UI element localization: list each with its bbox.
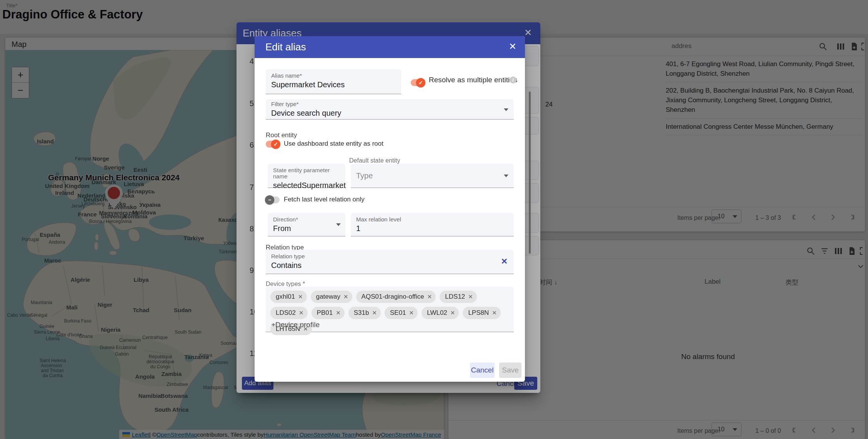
filter-type-value: Device search query [271,108,508,118]
chip-remove-icon[interactable]: ✕ [409,309,414,316]
clear-icon[interactable]: ✕ [501,257,508,266]
device-type-chip[interactable]: LDS12✕ [440,291,477,303]
device-type-chip[interactable]: gateway✕ [311,291,352,303]
default-state-entity-placeholder: Type [356,171,508,181]
state-entity-parameter-field[interactable]: State entity parameter name selectedSupe… [268,164,345,188]
toggle-check-icon: ✓ [416,78,425,87]
device-type-chip[interactable]: PB01✕ [312,307,345,319]
chip-remove-icon[interactable]: ✕ [298,293,303,300]
direction-select[interactable]: Direction* From [268,213,345,236]
device-type-chip[interactable]: LDS02✕ [270,307,308,319]
chip-remove-icon[interactable]: ✕ [372,309,377,316]
toggle-minus-icon: − [265,195,274,205]
chip-remove-icon[interactable]: ✕ [427,293,432,300]
fetch-last-level-toggle[interactable]: − [266,196,280,203]
default-state-entity-select[interactable]: Type [351,164,514,188]
chip-remove-icon[interactable]: ✕ [299,309,304,316]
fetch-last-level-label: Fetch last level relation only [284,196,365,203]
max-relation-level-label: Max relation level [356,216,508,223]
screen: Title* Dragino Office & Factory Map [0,0,868,439]
use-dashboard-state-toggle[interactable]: ✓ [266,141,280,148]
chevron-down-icon [504,108,508,111]
root-entity-section-label: Root entity [266,131,297,139]
chevron-down-icon [336,223,341,226]
device-type-chip[interactable]: LPS8N✕ [463,307,500,319]
device-type-chip[interactable]: AQS01-dragino-office✕ [356,291,436,303]
chip-label: LDS02 [276,309,296,317]
filter-type-label: Filter type* [271,101,508,107]
device-type-chip[interactable]: LWL02✕ [422,307,459,319]
chip-remove-icon[interactable]: ✕ [492,309,497,316]
chevron-down-icon [504,175,508,177]
max-relation-level-value: 1 [356,224,508,233]
device-types-field[interactable]: gxhl01✕gateway✕AQS01-dragino-office✕LDS1… [266,287,514,332]
device-profile-input-placeholder[interactable]: +Device profile [271,321,320,329]
relation-type-value: Contains [271,261,508,270]
chip-label: LDS12 [445,293,465,301]
chip-remove-icon[interactable]: ✕ [336,309,341,316]
chip-remove-icon[interactable]: ✕ [450,309,455,316]
direction-value: From [273,224,340,233]
state-entity-parameter-label: State entity parameter name [273,167,340,180]
alias-name-value: Supermarket Devices [271,80,396,90]
direction-label: Direction* [273,216,340,223]
relation-type-field[interactable]: Relation type Contains ✕ [266,250,514,274]
cancel-button[interactable]: Cancel [470,363,495,378]
toggle-check-icon: ✓ [271,140,280,149]
device-type-chip[interactable]: SE01✕ [385,307,418,319]
use-dashboard-state-label: Use dashboard state entity as root [284,140,383,148]
default-state-entity-label: Default state entity [349,157,400,164]
edit-alias-dialog: Edit alias ✕ Alias name* Supermarket Dev… [255,36,525,382]
chip-label: gxhl01 [276,293,295,301]
alias-name-label: Alias name* [271,73,396,79]
chip-remove-icon[interactable]: ✕ [468,293,473,300]
save-button-disabled[interactable]: Save [499,363,521,378]
chip-label: LWL02 [427,309,447,317]
resolve-multiple-toggle[interactable]: ✓ [411,79,425,86]
alias-name-field[interactable]: Alias name* Supermarket Devices [266,69,401,94]
edit-alias-dialog-header: Edit alias ✕ [255,36,525,58]
info-icon[interactable]: i [510,76,516,83]
max-relation-level-field[interactable]: Max relation level 1 [351,213,514,236]
chip-label: AQS01-dragino-office [362,293,424,301]
close-icon[interactable]: ✕ [509,42,516,51]
filter-type-select[interactable]: Filter type* Device search query [266,99,514,120]
edit-alias-dialog-title: Edit alias [265,41,306,53]
relation-type-label: Relation type [271,253,508,259]
chip-label: LPS8N [468,309,489,317]
chip-label: PB01 [317,309,333,317]
chip-remove-icon[interactable]: ✕ [343,293,348,300]
chip-label: gateway [316,293,340,301]
resolve-multiple-label: Resolve as multiple entities [429,76,517,84]
device-type-chip[interactable]: S31b✕ [348,307,381,319]
device-type-chip[interactable]: gxhl01✕ [270,291,307,303]
chip-label: S31b [354,309,369,317]
chip-label: SE01 [390,309,406,317]
state-entity-parameter-value: selectedSupermarket [273,181,340,190]
